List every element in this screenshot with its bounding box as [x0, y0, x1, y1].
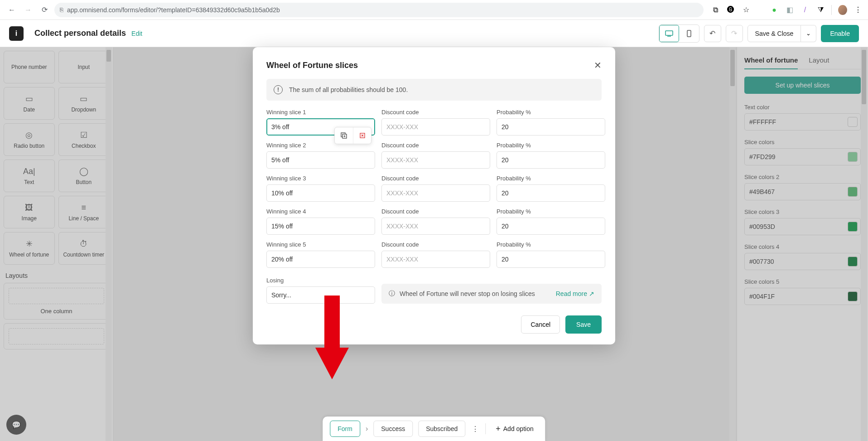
probability-label: Probability %	[497, 241, 605, 248]
undo-button[interactable]: ↶	[704, 25, 721, 42]
enable-button[interactable]: Enable	[821, 25, 859, 42]
url-bar[interactable]: ⎘ app.omnisend.com/forms/editor/?templat…	[54, 3, 704, 17]
slice-name-label: Winning slice 1	[266, 109, 375, 116]
app-logo[interactable]: i	[9, 26, 24, 41]
losing-note: ⓘ Wheel of Fortune will never stop on lo…	[381, 284, 602, 304]
row-action-toolbar	[334, 127, 371, 144]
probability-label: Probability %	[497, 109, 605, 116]
slice-name-input[interactable]	[266, 151, 375, 169]
discount-code-input[interactable]	[381, 151, 490, 169]
browser-menu-icon[interactable]: ⋮	[854, 5, 863, 15]
install-icon[interactable]: ⧉	[711, 5, 720, 15]
discount-code-input[interactable]	[381, 218, 490, 235]
add-option-label: Add option	[503, 425, 534, 432]
translate-icon[interactable]: 🅖	[726, 5, 735, 15]
mobile-preview-button[interactable]	[679, 25, 699, 42]
read-more-label: Read more	[556, 290, 587, 297]
probability-input[interactable]	[497, 118, 605, 136]
info-banner: ! The sum of all probabilities should be…	[266, 79, 602, 101]
url-text: app.omnisend.com/forms/editor/?templateI…	[67, 6, 280, 14]
duplicate-icon[interactable]	[335, 127, 353, 144]
discount-code-input[interactable]	[381, 251, 490, 268]
save-close-button[interactable]: Save & Close	[747, 25, 801, 42]
save-button[interactable]: Save	[565, 315, 602, 334]
extensions-icon[interactable]: ⧩	[816, 5, 825, 15]
slice-name-input[interactable]	[266, 218, 375, 235]
delete-icon[interactable]	[353, 127, 371, 144]
losing-note-text: Wheel of Fortune will never stop on losi…	[400, 290, 535, 297]
plus-icon: +	[496, 424, 501, 434]
slice-name-label: Winning slice 4	[266, 208, 375, 215]
save-close-caret[interactable]: ⌄	[801, 25, 816, 42]
ext-evernote-icon[interactable]: ◧	[785, 5, 794, 15]
form-steps-bar: Form › Success Subscribed ⋮ + Add option	[323, 417, 545, 441]
step-form[interactable]: Form	[330, 421, 360, 437]
device-preview-group	[659, 24, 699, 43]
page-title: Collect personal details	[34, 29, 126, 38]
edit-link[interactable]: Edit	[131, 30, 142, 37]
slice-name-label: Winning slice 3	[266, 175, 375, 182]
losing-label: Losing	[266, 277, 375, 284]
discount-code-input[interactable]	[381, 118, 490, 136]
svg-rect-0	[665, 31, 673, 35]
desktop-preview-button[interactable]	[659, 25, 679, 42]
info-text: The sum of all probabilities should be 1…	[289, 86, 408, 93]
discount-label: Discount code	[381, 142, 490, 149]
probability-input[interactable]	[497, 151, 605, 169]
discount-label: Discount code	[381, 241, 490, 248]
read-more-link[interactable]: Read more ↗	[556, 290, 594, 297]
slice-name-input[interactable]	[266, 184, 375, 202]
step-success[interactable]: Success	[373, 421, 413, 437]
info-icon: ⓘ	[389, 290, 395, 298]
add-option-button[interactable]: + Add option	[491, 424, 538, 434]
svg-rect-2	[687, 30, 691, 37]
slice-name-input[interactable]	[266, 251, 375, 268]
profile-avatar[interactable]	[838, 5, 847, 15]
bookmark-star-icon[interactable]: ☆	[742, 5, 751, 15]
losing-input[interactable]	[266, 286, 375, 304]
chevron-right-icon: ›	[366, 425, 368, 433]
discount-label: Discount code	[381, 208, 490, 215]
modal-title: Wheel of Fortune slices	[266, 61, 358, 70]
warning-icon: !	[274, 85, 283, 94]
discount-code-input[interactable]	[381, 184, 490, 202]
modal-close-button[interactable]: ✕	[594, 60, 602, 71]
discount-label: Discount code	[381, 109, 490, 116]
browser-toolbar: ← → ⟳ ⎘ app.omnisend.com/forms/editor/?t…	[0, 0, 868, 20]
wheel-slices-modal: Wheel of Fortune slices ✕ ! The sum of a…	[253, 47, 615, 344]
discount-label: Discount code	[381, 175, 490, 182]
cancel-button[interactable]: Cancel	[521, 315, 560, 334]
reload-button[interactable]: ⟳	[38, 4, 51, 16]
ext-purple-icon[interactable]: /	[800, 5, 810, 15]
app-header: i Collect personal details Edit ↶ ↷ Save…	[0, 20, 868, 47]
probability-input[interactable]	[497, 251, 605, 268]
external-link-icon: ↗	[589, 290, 594, 297]
redo-button[interactable]: ↷	[726, 25, 743, 42]
forward-button[interactable]: →	[22, 4, 34, 16]
probability-label: Probability %	[497, 175, 605, 182]
ext-green-icon[interactable]: ●	[770, 5, 779, 15]
probability-label: Probability %	[497, 142, 605, 149]
workspace: Phone number Input ▭Date ▭Dropdown ◎Radi…	[0, 47, 868, 441]
probability-input[interactable]	[497, 218, 605, 235]
step-subscribed[interactable]: Subscribed	[418, 421, 465, 437]
step-more-menu[interactable]: ⋮	[471, 425, 480, 433]
probability-label: Probability %	[497, 208, 605, 215]
back-button[interactable]: ←	[5, 4, 18, 16]
slice-name-label: Winning slice 5	[266, 241, 375, 248]
divider	[485, 423, 486, 434]
probability-input[interactable]	[497, 184, 605, 202]
site-info-icon[interactable]: ⎘	[60, 6, 63, 13]
